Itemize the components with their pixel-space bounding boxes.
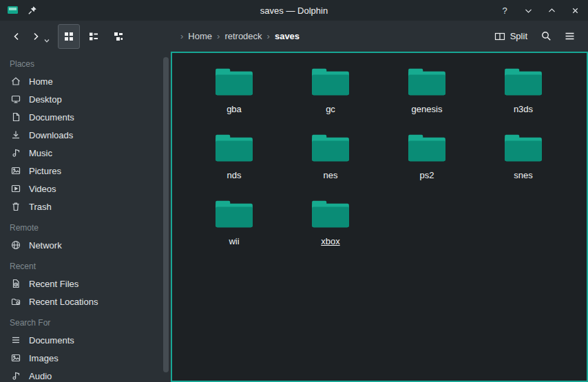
folder-icon bbox=[309, 198, 352, 231]
folder-item-genesis[interactable]: genesis bbox=[379, 61, 475, 127]
hamburger-menu-button[interactable] bbox=[558, 24, 581, 49]
sidebar-item-trash[interactable]: Trash bbox=[0, 198, 161, 215]
sidebar-scrollbar[interactable] bbox=[161, 52, 171, 382]
sidebar-item-documents[interactable]: Documents bbox=[0, 108, 161, 126]
folder-label: snes bbox=[514, 170, 532, 180]
sidebar-item-label: Recent Files bbox=[29, 279, 78, 289]
hamburger-icon bbox=[564, 30, 576, 42]
folder-icon bbox=[502, 65, 545, 98]
folder-label: nds bbox=[227, 170, 242, 180]
split-button[interactable]: Split bbox=[487, 27, 534, 46]
folder-icon bbox=[213, 131, 255, 165]
sidebar-item-label: Audio bbox=[29, 371, 52, 381]
sidebar-item-label: Pictures bbox=[29, 166, 61, 176]
titlebar: saves — Dolphin ? bbox=[0, 0, 588, 21]
folder-item-n3ds[interactable]: n3ds bbox=[475, 61, 571, 127]
sidebar-item-search-audio[interactable]: Audio bbox=[0, 367, 161, 382]
pin-icon[interactable] bbox=[26, 4, 39, 17]
sidebar-item-search-documents[interactable]: Documents bbox=[0, 331, 161, 349]
sidebar-item-label: Images bbox=[29, 353, 59, 363]
section-recent: Recent bbox=[0, 254, 161, 275]
folder-icon bbox=[406, 65, 448, 98]
folder-item-ps2[interactable]: ps2 bbox=[379, 127, 475, 193]
document-icon bbox=[10, 112, 21, 123]
folder-item-xbox[interactable]: xbox bbox=[282, 193, 379, 259]
search-button[interactable] bbox=[534, 24, 558, 49]
maximize-button[interactable] bbox=[545, 4, 558, 17]
sidebar-item-pictures[interactable]: Pictures bbox=[0, 162, 161, 180]
sidebar-item-recent-files[interactable]: Recent Files bbox=[0, 275, 161, 293]
folder-item-gc[interactable]: gc bbox=[282, 61, 379, 127]
folder-item-wii[interactable]: wii bbox=[186, 193, 282, 259]
sidebar-item-music[interactable]: Music bbox=[0, 144, 161, 162]
chevron-right-icon: › bbox=[267, 31, 270, 41]
app-icon[interactable] bbox=[7, 4, 19, 17]
minimize-button[interactable] bbox=[522, 4, 534, 17]
places-panel: Places Home Desktop Documents Download bbox=[0, 52, 161, 382]
video-icon bbox=[10, 183, 21, 194]
sidebar-item-downloads[interactable]: Downloads bbox=[0, 126, 161, 144]
folder-item-nes[interactable]: nes bbox=[282, 127, 379, 193]
music-note-icon bbox=[10, 370, 21, 381]
folder-view: gba gc genesis n3ds nds bbox=[171, 52, 588, 382]
folder-item-gba[interactable]: gba bbox=[186, 61, 282, 127]
details-view-button[interactable] bbox=[107, 24, 129, 49]
forward-button[interactable] bbox=[26, 25, 45, 48]
section-search-for: Search For bbox=[0, 310, 161, 331]
folder-label: genesis bbox=[412, 104, 443, 114]
sidebar-item-videos[interactable]: Videos bbox=[0, 180, 161, 198]
folder-grid: gba gc genesis n3ds nds bbox=[172, 53, 587, 259]
search-icon bbox=[540, 30, 552, 42]
sidebar-item-recent-locations[interactable]: Recent Locations bbox=[0, 293, 161, 310]
sidebar-item-label: Home bbox=[29, 76, 53, 87]
sidebar-item-search-images[interactable]: Images bbox=[0, 349, 161, 367]
music-note-icon bbox=[10, 147, 21, 158]
lines-icon bbox=[10, 335, 21, 346]
close-button[interactable] bbox=[569, 4, 581, 17]
compact-view-button[interactable] bbox=[83, 24, 105, 49]
split-icon bbox=[494, 31, 505, 42]
sidebar-item-home[interactable]: Home bbox=[0, 72, 161, 90]
chevron-right-icon: › bbox=[217, 31, 220, 41]
folder-icon bbox=[406, 131, 448, 165]
folder-item-snes[interactable]: snes bbox=[475, 127, 571, 193]
folder-label: gba bbox=[227, 104, 242, 114]
breadcrumb: › Home › retrodeck › saves bbox=[180, 31, 300, 41]
clock-icon bbox=[10, 278, 21, 289]
folder-label: wii bbox=[229, 236, 239, 246]
help-button[interactable]: ? bbox=[498, 4, 511, 17]
sidebar-item-label: Videos bbox=[29, 184, 56, 194]
breadcrumb-retrodeck[interactable]: retrodeck bbox=[224, 31, 262, 41]
sidebar-item-label: Recent Locations bbox=[29, 297, 98, 307]
section-places: Places bbox=[0, 52, 161, 72]
sidebar-item-label: Documents bbox=[29, 112, 74, 123]
picture-icon bbox=[10, 165, 21, 176]
section-remote: Remote bbox=[0, 215, 161, 236]
sidebar-item-label: Music bbox=[29, 148, 52, 158]
folder-label: ps2 bbox=[420, 170, 434, 180]
desktop-icon bbox=[10, 94, 21, 105]
folder-label: gc bbox=[326, 104, 335, 114]
sidebar-item-label: Downloads bbox=[29, 130, 73, 140]
breadcrumb-saves[interactable]: saves bbox=[275, 31, 300, 41]
sidebar-item-network[interactable]: Network bbox=[0, 236, 161, 254]
history-dropdown-icon[interactable] bbox=[44, 39, 50, 43]
split-label: Split bbox=[510, 31, 527, 41]
folder-item-nds[interactable]: nds bbox=[186, 127, 282, 193]
folder-icon bbox=[309, 65, 352, 98]
sidebar-item-label: Desktop bbox=[29, 94, 62, 105]
download-icon bbox=[10, 129, 21, 140]
sidebar-item-label: Documents bbox=[29, 335, 74, 346]
home-icon bbox=[10, 76, 21, 87]
picture-icon bbox=[10, 352, 21, 363]
icons-view-button[interactable] bbox=[58, 24, 80, 49]
scrollbar-thumb[interactable] bbox=[163, 57, 169, 372]
folder-label: n3ds bbox=[514, 104, 533, 114]
viewmode-group bbox=[58, 24, 129, 49]
sidebar-item-label: Trash bbox=[29, 202, 52, 212]
sidebar-item-desktop[interactable]: Desktop bbox=[0, 90, 161, 108]
folder-icon bbox=[309, 131, 352, 165]
breadcrumb-home[interactable]: Home bbox=[188, 31, 212, 41]
back-button[interactable] bbox=[7, 25, 26, 48]
chevron-right-icon: › bbox=[180, 31, 183, 41]
